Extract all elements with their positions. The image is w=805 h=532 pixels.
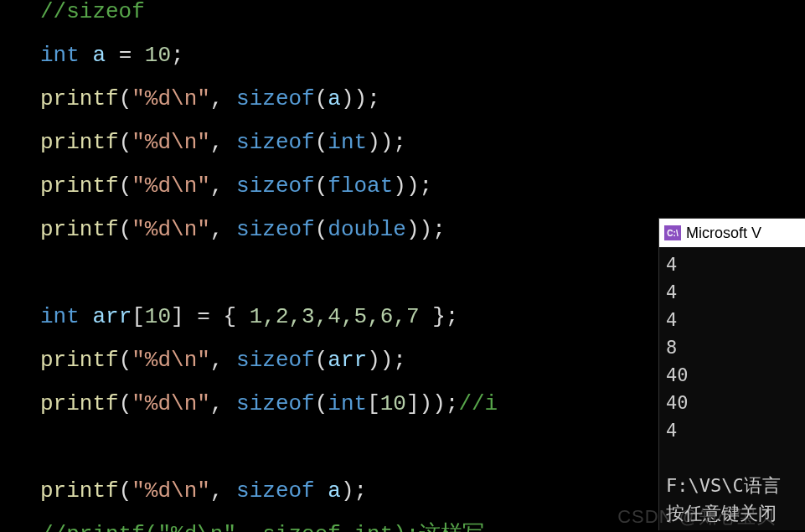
string-literal: "%d\n" — [132, 478, 210, 504]
string-literal: "%d\n" — [132, 348, 210, 373]
comment: //sizeof — [40, 0, 145, 24]
console-title-text: Microsoft V — [686, 225, 761, 242]
keyword-sizeof: sizeof — [236, 86, 315, 111]
code-line: int a = 10; — [40, 34, 498, 77]
var-arr: arr — [92, 304, 132, 329]
code-line: int arr[10] = { 1,2,3,4,5,6,7 }; — [40, 295, 498, 338]
comment-chinese: 这样写 — [419, 522, 484, 532]
var-a: a — [92, 43, 106, 68]
code-line: printf("%d\n", sizeof(int[10]));//i — [40, 382, 498, 426]
keyword-int: int — [40, 304, 80, 329]
keyword-sizeof: sizeof — [236, 217, 315, 242]
code-line-blank — [40, 426, 498, 469]
output-line: 4 — [666, 251, 798, 278]
keyword-sizeof: sizeof — [236, 391, 315, 416]
code-line: //sizeof — [40, 0, 498, 34]
code-line: printf("%d\n", sizeof(float)); — [40, 164, 498, 208]
code-line: printf("%d\n", sizeof a); — [40, 469, 498, 513]
code-line: printf("%d\n", sizeof(int)); — [40, 121, 498, 164]
output-line: 4 — [666, 306, 798, 333]
code-line: //printf("%d\n", sizeof int);这样写 — [40, 513, 498, 532]
console-titlebar[interactable]: C:\ Microsoft V — [659, 219, 805, 247]
string-literal: "%d\n" — [132, 391, 210, 416]
console-icon: C:\ — [664, 225, 681, 240]
number-literal: 10 — [145, 43, 171, 68]
console-output: 4 4 4 8 40 40 4 F:\VS\C语言 按任意键关闭 — [659, 247, 805, 530]
string-literal: "%d\n" — [132, 130, 210, 155]
code-line: printf("%d\n", sizeof(double)); — [40, 208, 498, 251]
fn-printf: printf — [40, 173, 119, 199]
output-line: 40 — [666, 361, 798, 389]
code-line: printf("%d\n", sizeof(arr)); — [40, 338, 498, 382]
output-line: 4 — [666, 278, 798, 306]
fn-printf: printf — [40, 217, 119, 242]
keyword-sizeof: sizeof — [236, 130, 315, 155]
output-line: 8 — [666, 333, 798, 361]
fn-printf: printf — [40, 130, 119, 155]
keyword-sizeof: sizeof — [236, 348, 315, 373]
console-window[interactable]: C:\ Microsoft V 4 4 4 8 40 40 4 F:\VS\C语… — [658, 218, 805, 530]
keyword-sizeof: sizeof — [236, 173, 315, 199]
keyword-sizeof: sizeof — [236, 478, 315, 504]
output-line-blank — [666, 444, 798, 472]
code-line: printf("%d\n", sizeof(a)); — [40, 77, 498, 121]
string-literal: "%d\n" — [132, 217, 210, 242]
keyword-int: int — [40, 43, 80, 68]
fn-printf: printf — [40, 391, 119, 416]
fn-printf: printf — [40, 348, 119, 373]
comment: //printf("%d\n", sizeof int); — [40, 522, 419, 532]
output-line: 40 — [666, 389, 798, 416]
code-editor[interactable]: //sizeof int a = 10; printf("%d\n", size… — [0, 0, 498, 532]
output-line: 4 — [666, 416, 798, 444]
fn-printf: printf — [40, 478, 119, 504]
string-literal: "%d\n" — [132, 86, 210, 111]
output-path: F:\VS\C语言 — [666, 472, 798, 499]
code-line-blank — [40, 251, 498, 295]
output-prompt: 按任意键关闭 — [666, 499, 798, 527]
fn-printf: printf — [40, 86, 119, 111]
string-literal: "%d\n" — [132, 173, 210, 199]
